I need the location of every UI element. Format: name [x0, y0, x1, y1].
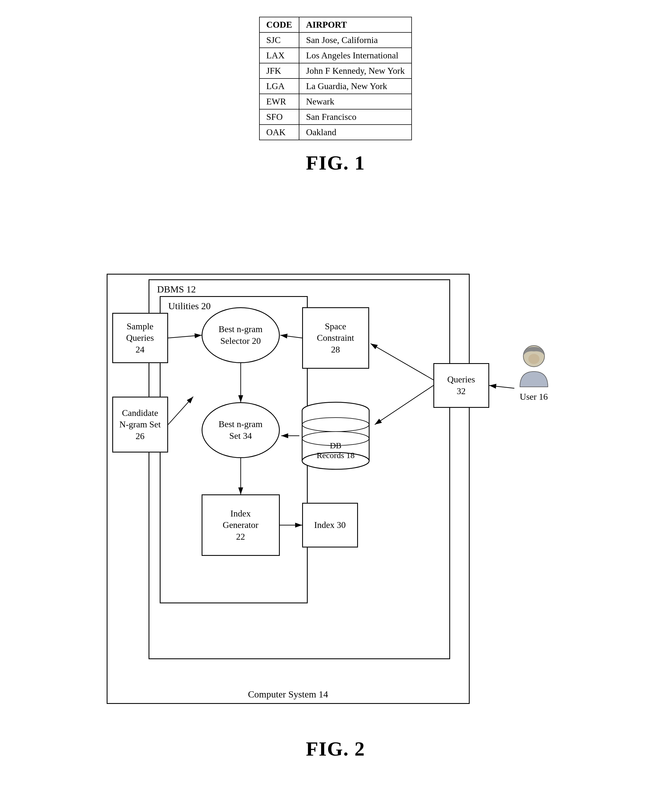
airport-name-cell: Newark: [299, 94, 412, 109]
airport-code-cell: JFK: [259, 63, 299, 78]
candidate-ngram-label: CandidateN-gram Set26: [119, 407, 160, 442]
airport-code-cell: SFO: [259, 109, 299, 125]
airport-table: CODE AIRPORT SJCSan Jose, CaliforniaLAXL…: [259, 17, 412, 140]
best-set-oval: Best n-gramSet 34: [202, 402, 280, 458]
best-set-label: Best n-gramSet 34: [219, 418, 262, 442]
table-row: SFOSan Francisco: [259, 109, 412, 125]
user-figure: User 16: [514, 344, 553, 402]
best-selector-label: Best n-gramSelector 20: [219, 324, 262, 346]
diagram-wrapper: Computer System 14 DBMS 12 Utilities 20 …: [98, 251, 573, 726]
queries-label: Queries32: [447, 374, 475, 397]
airport-name-cell: Oakland: [299, 125, 412, 140]
table-row: EWRNewark: [259, 94, 412, 109]
airport-code-cell: LGA: [259, 78, 299, 94]
airport-name-cell: San Francisco: [299, 109, 412, 125]
best-selector-oval: Best n-gramSelector 20: [202, 307, 280, 363]
fig2-section: Computer System 14 DBMS 12 Utilities 20 …: [98, 251, 573, 761]
dbms-label: DBMS 12: [157, 284, 196, 295]
sample-queries-label: SampleQueries24: [126, 321, 154, 356]
svg-point-10: [528, 354, 540, 364]
queries-box: Queries32: [433, 363, 489, 408]
space-constraint-label: SpaceConstraint28: [317, 321, 354, 356]
svg-line-21: [489, 386, 514, 388]
fig2-caption: FIG. 2: [306, 737, 365, 761]
airport-name-cell: John F Kennedy, New York: [299, 63, 412, 78]
index-box: Index 30: [302, 503, 358, 548]
index-generator-label: IndexGenerator22: [223, 508, 259, 543]
airport-name-cell: La Guardia, New York: [299, 78, 412, 94]
candidate-ngram-box: CandidateN-gram Set26: [112, 397, 168, 452]
table-row: LGALa Guardia, New York: [259, 78, 412, 94]
airport-code-cell: LAX: [259, 48, 299, 63]
table-row: JFKJohn F Kennedy, New York: [259, 63, 412, 78]
table-row: LAXLos Angeles International: [259, 48, 412, 63]
utilities-label: Utilities 20: [169, 301, 211, 311]
space-constraint-box: SpaceConstraint28: [302, 307, 369, 369]
index-generator-box: IndexGenerator22: [202, 495, 280, 556]
airport-name-cell: San Jose, California: [299, 32, 412, 48]
airport-code-cell: SJC: [259, 32, 299, 48]
airport-code-cell: OAK: [259, 125, 299, 140]
fig1-section: CODE AIRPORT SJCSan Jose, CaliforniaLAXL…: [259, 17, 412, 174]
index-label: Index 30: [314, 519, 346, 531]
computer-system-label: Computer System 14: [248, 689, 328, 700]
sample-queries-box: SampleQueries24: [112, 313, 168, 363]
fig1-caption: FIG. 1: [306, 152, 365, 174]
svg-text:DB: DB: [330, 441, 342, 450]
col-header-code: CODE: [259, 17, 299, 32]
svg-text:Records 18: Records 18: [317, 450, 354, 460]
db-records-svg: DB Records 18: [299, 399, 372, 472]
user-icon: [514, 344, 553, 388]
col-header-airport: AIRPORT: [299, 17, 412, 32]
table-row: OAKOakland: [259, 125, 412, 140]
user-label: User 16: [519, 392, 548, 402]
airport-name-cell: Los Angeles International: [299, 48, 412, 63]
db-records-cylinder: DB Records 18: [299, 399, 372, 472]
table-row: SJCSan Jose, California: [259, 32, 412, 48]
airport-code-cell: EWR: [259, 94, 299, 109]
